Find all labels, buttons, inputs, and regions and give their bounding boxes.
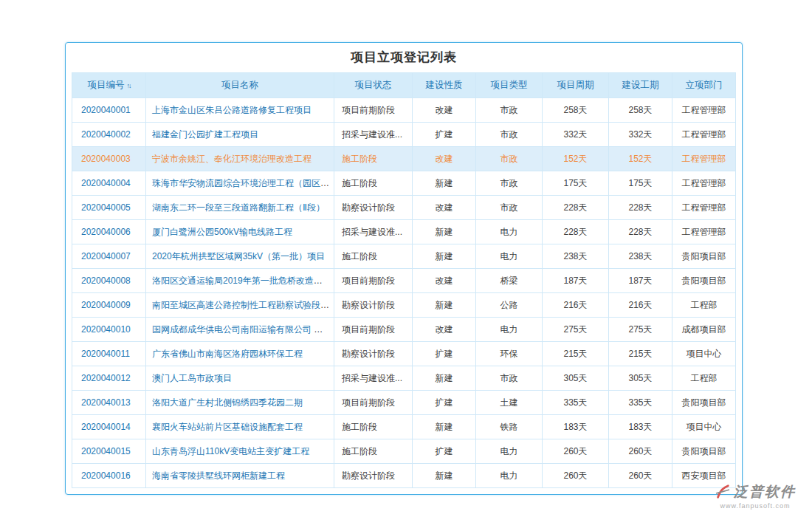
column-header-label: 立项部门 — [686, 80, 723, 90]
page-title: 项目立项登记列表 — [72, 43, 736, 72]
cell-dept: 贵阳项目部 — [672, 439, 736, 463]
project-name-link[interactable]: 宁波市余姚江、奉化江环境治理改造工程 — [152, 154, 312, 164]
cell-duration: 228天 — [609, 219, 672, 244]
cell-status: 勘察设计阶段 — [334, 463, 413, 487]
brand-url[interactable]: www.fanpusoft.com — [715, 502, 796, 510]
project-code-link[interactable]: 2020040005 — [81, 202, 131, 213]
project-code-link[interactable]: 2020040008 — [81, 275, 131, 286]
cell-code: 2020040006 — [72, 219, 146, 244]
table-row[interactable]: 2020040008洛阳区交通运输局2019年第一批危桥改造工程...项目前期阶… — [72, 268, 736, 292]
cell-cycle: 258天 — [543, 97, 609, 122]
project-name-link[interactable]: 广东省佛山市南海区洛府园林环保工程 — [152, 349, 303, 359]
cell-cycle: 335天 — [543, 390, 609, 414]
cell-name: 襄阳火车站站前片区基础设施配套工程 — [146, 414, 334, 439]
project-code-link[interactable]: 2020040014 — [81, 422, 131, 432]
cell-type: 电力 — [476, 439, 543, 463]
project-code-link[interactable]: 2020040011 — [81, 349, 130, 359]
project-code-link[interactable]: 2020040006 — [81, 227, 131, 237]
project-name-link[interactable]: 山东青岛浮山110kV变电站主变扩建工程 — [152, 446, 309, 456]
cell-type: 市政 — [476, 146, 543, 171]
fanpu-logo-icon — [715, 484, 731, 500]
project-name-link[interactable]: 上海市金山区朱吕公路道路修复工程项目 — [152, 105, 312, 115]
cell-duration: 260天 — [609, 463, 672, 487]
column-header-code[interactable]: 项目编号↑↓ — [72, 73, 146, 98]
project-name-link[interactable]: 海南省零陵拱墅线环网柜新建工程 — [152, 470, 285, 481]
column-header-nature: 建设性质 — [413, 73, 476, 98]
project-name-link[interactable]: 湖南东二环一段至三段道路翻新工程（Ⅱ段） — [152, 202, 325, 213]
table-row[interactable]: 2020040002福建金门公园扩建工程项目招采与建设准...扩建市政332天3… — [72, 122, 736, 146]
project-list-panel: 项目立项登记列表 项目编号↑↓项目名称项目状态建设性质项目类型项目周期建设工期立… — [65, 42, 743, 495]
cell-dept: 项目中心 — [672, 341, 736, 366]
cell-duration: 183天 — [609, 414, 672, 439]
table-row[interactable]: 2020040006厦门白鹭洲公园500kV输电线路工程招采与建设准...新建电… — [72, 219, 736, 244]
table-row[interactable]: 2020040014襄阳火车站站前片区基础设施配套工程施工阶段新建铁路183天1… — [72, 414, 736, 439]
table-row[interactable]: 2020040010国网成都成华供电公司南阳运输有限公司 （三...项目前期阶段… — [72, 317, 736, 341]
project-code-link[interactable]: 2020040016 — [81, 470, 131, 481]
table-row[interactable]: 2020040004珠海市华安物流园综合环境治理工程（园区道...施工阶段新建市… — [72, 171, 736, 195]
cell-nature: 扩建 — [413, 439, 476, 463]
table-row[interactable]: 2020040015山东青岛浮山110kV变电站主变扩建工程施工阶段扩建电力26… — [72, 439, 736, 463]
cell-cycle: 260天 — [543, 439, 609, 463]
project-code-link[interactable]: 2020040013 — [81, 397, 131, 408]
cell-code: 2020040016 — [72, 463, 146, 487]
project-code-link[interactable]: 2020040004 — [81, 178, 131, 188]
cell-code: 2020040012 — [72, 366, 146, 390]
project-name-link[interactable]: 厦门白鹭洲公园500kV输电线路工程 — [152, 227, 292, 237]
table-row[interactable]: 2020040003宁波市余姚江、奉化江环境治理改造工程施工阶段改建市政152天… — [72, 146, 736, 171]
cell-nature: 新建 — [413, 292, 476, 317]
cell-type: 土建 — [476, 390, 543, 414]
project-code-link[interactable]: 2020040001 — [81, 105, 131, 115]
cell-nature: 新建 — [413, 219, 476, 244]
cell-duration: 305天 — [609, 366, 672, 390]
project-code-link[interactable]: 2020040003 — [81, 154, 131, 164]
project-code-link[interactable]: 2020040015 — [81, 446, 131, 456]
column-header-label: 建设工期 — [622, 80, 659, 90]
project-name-link[interactable]: 国网成都成华供电公司南阳运输有限公司 （三... — [152, 324, 334, 335]
cell-status: 勘察设计阶段 — [334, 292, 413, 317]
cell-name: 上海市金山区朱吕公路道路修复工程项目 — [146, 97, 334, 122]
project-code-link[interactable]: 2020040007 — [81, 251, 131, 261]
sort-icon[interactable]: ↑↓ — [127, 74, 131, 97]
cell-duration: 215天 — [609, 341, 672, 366]
cell-nature: 新建 — [413, 366, 476, 390]
table-row[interactable]: 20200400072020年杭州拱墅区域网35kV（第一批）项目施工阶段新建电… — [72, 244, 736, 268]
cell-type: 市政 — [476, 122, 543, 146]
table-row[interactable]: 2020040005湖南东二环一段至三段道路翻新工程（Ⅱ段）勘察设计阶段改建市政… — [72, 195, 736, 219]
cell-name: 洛阳区交通运输局2019年第一批危桥改造工程... — [146, 268, 334, 292]
cell-type: 市政 — [476, 366, 543, 390]
cell-name: 洛阳大道广生村北侧锦绣四季花园二期 — [146, 390, 334, 414]
project-code-link[interactable]: 2020040009 — [81, 300, 131, 310]
project-name-link[interactable]: 福建金门公园扩建工程项目 — [152, 129, 258, 140]
project-code-link[interactable]: 2020040012 — [81, 373, 131, 383]
project-name-link[interactable]: 澳门人工岛市政项目 — [152, 373, 232, 383]
table-row[interactable]: 2020040013洛阳大道广生村北侧锦绣四季花园二期项目前期阶段扩建土建335… — [72, 390, 736, 414]
cell-status: 招采与建设准... — [334, 366, 413, 390]
cell-status: 施工阶段 — [334, 439, 413, 463]
table-row[interactable]: 2020040001上海市金山区朱吕公路道路修复工程项目项目前期阶段改建市政25… — [72, 97, 736, 122]
project-name-link[interactable]: 洛阳区交通运输局2019年第一批危桥改造工程... — [152, 275, 334, 286]
project-name-link[interactable]: 洛阳大道广生村北侧锦绣四季花园二期 — [152, 397, 303, 408]
project-code-link[interactable]: 2020040010 — [81, 324, 131, 335]
brand-name: 泛普软件 — [734, 482, 796, 501]
cell-type: 电力 — [476, 317, 543, 341]
project-name-link[interactable]: 珠海市华安物流园综合环境治理工程（园区道... — [152, 178, 334, 188]
project-name-link[interactable]: 襄阳火车站站前片区基础设施配套工程 — [152, 422, 303, 432]
table-row[interactable]: 2020040012澳门人工岛市政项目招采与建设准...新建市政305天305天… — [72, 366, 736, 390]
column-header-label: 项目类型 — [491, 80, 528, 90]
cell-name: 广东省佛山市南海区洛府园林环保工程 — [146, 341, 334, 366]
cell-dept: 项目中心 — [672, 414, 736, 439]
table-row[interactable]: 2020040009南阳至城区高速公路控制性工程勘察试验段土...勘察设计阶段新… — [72, 292, 736, 317]
cell-dept: 工程管理部 — [672, 146, 736, 171]
cell-cycle: 215天 — [543, 341, 609, 366]
cell-type: 公路 — [476, 292, 543, 317]
cell-dept: 工程管理部 — [672, 97, 736, 122]
cell-code: 2020040003 — [72, 146, 146, 171]
project-name-link[interactable]: 南阳至城区高速公路控制性工程勘察试验段土... — [152, 300, 334, 310]
table-row[interactable]: 2020040016海南省零陵拱墅线环网柜新建工程勘察设计阶段新建电力260天2… — [72, 463, 736, 487]
table-row[interactable]: 2020040011广东省佛山市南海区洛府园林环保工程勘察设计阶段扩建环保215… — [72, 341, 736, 366]
project-name-link[interactable]: 2020年杭州拱墅区域网35kV（第一批）项目 — [152, 251, 325, 261]
cell-name: 国网成都成华供电公司南阳运输有限公司 （三... — [146, 317, 334, 341]
cell-dept: 工程部 — [672, 366, 736, 390]
project-code-link[interactable]: 2020040002 — [81, 129, 131, 140]
cell-nature: 扩建 — [413, 390, 476, 414]
